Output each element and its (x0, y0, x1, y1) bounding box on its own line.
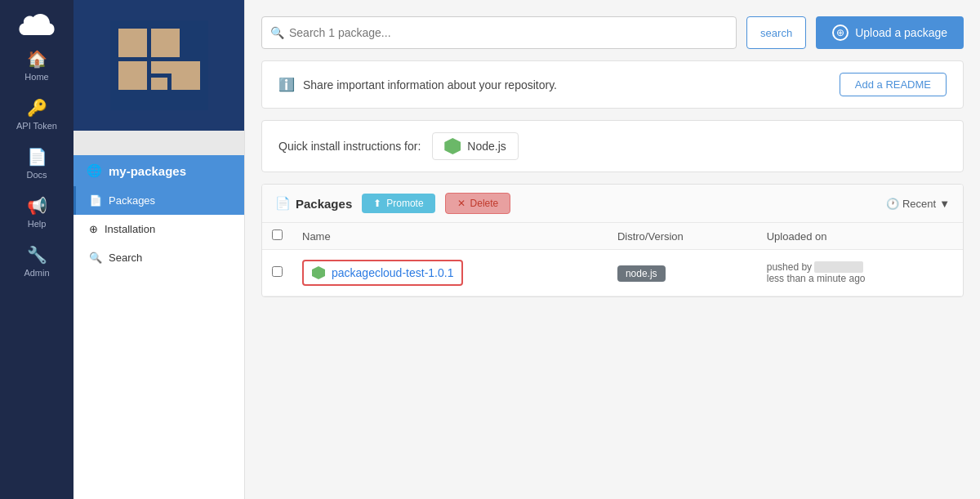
nodejs-hex-icon (444, 138, 461, 154)
package-link-wrapper: packagecloud-test-1.0.1 (302, 260, 463, 286)
uploaded-column-header: Uploaded on (757, 223, 963, 250)
packages-toolbar-left: 📄 Packages ⬆ Promote ✕ Delete (275, 193, 510, 214)
uploaded-cell: pushed by less than a minute ago (757, 250, 963, 296)
repo-logo (102, 12, 216, 118)
sidebar-item-api-token-label: API Token (16, 121, 57, 131)
add-readme-button-label: Add a README (855, 78, 931, 91)
sidebar-item-api-token[interactable]: 🔑 API Token (0, 90, 74, 139)
installation-nav-label: Installation (105, 223, 155, 235)
distro-cell: node.js (608, 250, 757, 296)
docs-icon: 📄 (27, 147, 47, 167)
select-all-checkbox[interactable] (272, 229, 283, 240)
pusher-name-placeholder (814, 261, 863, 273)
table-row: packagecloud-test-1.0.1 node.js pushed b… (262, 250, 963, 296)
repo-nav-search[interactable]: 🔍 Search (74, 243, 244, 272)
main-content: 🔍 search ⊕ Upload a package ℹ️ Share imp… (245, 0, 980, 499)
distro-column-header: Distro/Version (608, 223, 757, 250)
svg-rect-6 (151, 78, 167, 90)
packages-toolbar: 📄 Packages ⬆ Promote ✕ Delete 🕐 Recent ▼ (262, 185, 963, 223)
globe-icon: 🌐 (87, 163, 102, 178)
upload-package-button[interactable]: ⊕ Upload a package (816, 16, 964, 49)
search-nav-label: Search (109, 252, 142, 264)
name-column-header: Name (292, 223, 608, 250)
home-icon: 🏠 (27, 49, 47, 69)
row-checkbox-cell (262, 250, 292, 296)
svg-rect-2 (151, 29, 180, 57)
repo-title-section: 🌐 my-packages (74, 155, 244, 186)
repo-name-bar (74, 131, 244, 155)
readme-banner: ℹ️ Share important information about you… (261, 60, 964, 109)
table-header-row: Name Distro/Version Uploaded on (262, 223, 963, 250)
readme-info: ℹ️ Share important information about you… (278, 77, 557, 92)
api-token-icon: 🔑 (27, 98, 47, 118)
clock-icon: 🕐 (886, 198, 899, 210)
search-button[interactable]: search (746, 16, 806, 49)
packages-section: 📄 Packages ⬆ Promote ✕ Delete 🕐 Recent ▼ (261, 184, 964, 297)
sidebar-item-admin[interactable]: 🔧 Admin (0, 237, 74, 286)
delete-button-label: Delete (470, 198, 499, 209)
search-input[interactable] (289, 26, 728, 39)
cloud-logo-icon (19, 10, 55, 41)
packages-title: 📄 Packages (275, 196, 352, 211)
packages-nav-label: Packages (109, 194, 155, 207)
pushed-by-label: pushed by (767, 261, 812, 273)
sidebar-item-home[interactable]: 🏠 Home (0, 41, 74, 90)
nodejs-badge[interactable]: Node.js (432, 132, 518, 160)
recent-button[interactable]: 🕐 Recent ▼ (886, 198, 950, 210)
package-type-hex-icon (312, 266, 325, 279)
package-name-cell: packagecloud-test-1.0.1 (292, 250, 608, 296)
packages-title-label: Packages (296, 197, 352, 211)
package-name-link[interactable]: packagecloud-test-1.0.1 (332, 266, 453, 279)
installation-nav-icon: ⊕ (89, 223, 98, 235)
repo-name: my-packages (109, 164, 186, 178)
recent-button-label: Recent (902, 198, 936, 210)
packages-title-icon: 📄 (275, 196, 291, 211)
repo-image (74, 0, 244, 131)
distro-badge: node.js (617, 265, 666, 282)
promote-button[interactable]: ⬆ Promote (362, 194, 434, 213)
delete-icon: ✕ (457, 198, 466, 209)
sidebar-item-docs[interactable]: 📄 Docs (0, 139, 74, 188)
svg-rect-1 (118, 29, 147, 57)
readme-info-text: Share important information about your r… (303, 78, 557, 91)
sidebar-item-home-label: Home (24, 72, 48, 82)
search-icon: 🔍 (270, 26, 284, 39)
info-icon: ℹ️ (278, 77, 295, 92)
sidebar-item-docs-label: Docs (26, 170, 47, 180)
quick-install-label: Quick install instructions for: (278, 140, 421, 153)
promote-button-label: Promote (386, 198, 423, 209)
upload-button-label: Upload a package (855, 26, 947, 39)
upload-circle-icon: ⊕ (832, 25, 849, 41)
select-all-header (262, 223, 292, 250)
repo-nav-installation[interactable]: ⊕ Installation (74, 215, 244, 243)
sidebar: 🏠 Home 🔑 API Token 📄 Docs 📢 Help 🔧 Admin (0, 0, 74, 499)
search-bar: 🔍 search ⊕ Upload a package (261, 16, 964, 49)
packages-nav-icon: 📄 (89, 194, 102, 207)
svg-rect-5 (172, 61, 200, 90)
sidebar-item-help-label: Help (28, 219, 47, 229)
help-icon: 📢 (27, 196, 47, 216)
secondary-sidebar: 🌐 my-packages 📄 Packages ⊕ Installation … (74, 0, 245, 499)
promote-icon: ⬆ (373, 198, 381, 209)
pushed-by-info: pushed by less than a minute ago (767, 261, 953, 285)
search-input-wrap: 🔍 (261, 16, 737, 49)
svg-rect-3 (118, 61, 147, 90)
quick-install-section: Quick install instructions for: Node.js (261, 120, 964, 172)
row-checkbox[interactable] (272, 266, 283, 277)
sidebar-item-admin-label: Admin (24, 268, 49, 278)
search-nav-icon: 🔍 (89, 252, 102, 264)
time-ago-text: less than a minute ago (767, 273, 866, 284)
admin-icon: 🔧 (27, 245, 47, 265)
search-button-label: search (760, 27, 792, 39)
delete-button[interactable]: ✕ Delete (445, 193, 511, 214)
nodejs-label: Node.js (467, 140, 506, 153)
repo-nav-packages[interactable]: 📄 Packages (74, 186, 244, 215)
sidebar-item-help[interactable]: 📢 Help (0, 188, 74, 237)
packages-table: Name Distro/Version Uploaded on (262, 223, 963, 296)
dropdown-icon: ▼ (939, 198, 950, 210)
add-readme-button[interactable]: Add a README (840, 73, 947, 96)
